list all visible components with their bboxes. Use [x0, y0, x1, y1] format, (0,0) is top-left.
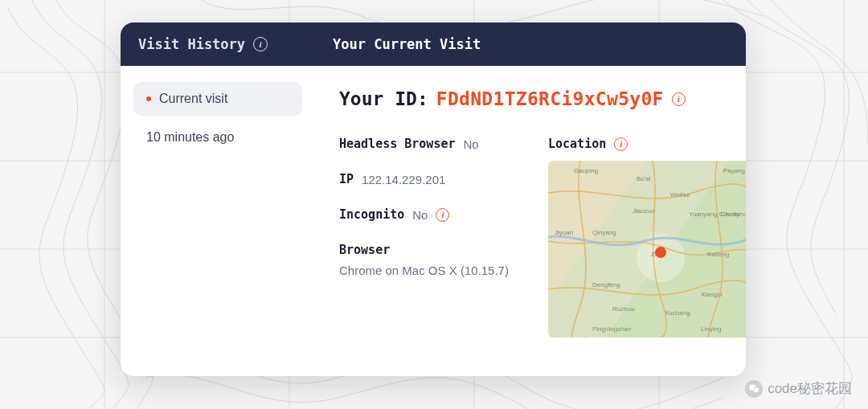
sidebar-item-label: 10 minutes ago [146, 130, 234, 145]
sidebar-item-current-visit[interactable]: Current visit [133, 82, 302, 116]
main-header: Your Current Visit [315, 22, 746, 66]
main-panel: Your Current Visit Your ID: FDdND1TZ6RCi… [315, 22, 746, 376]
detail-browser: Browser Chrome on Mac OS X (10.15.7) [339, 243, 524, 279]
detail-label: Headless Browser [339, 137, 456, 151]
detail-headless: Headless Browser No [339, 137, 524, 151]
details-left: Headless Browser No IP 122.14.229.201 In… [339, 137, 524, 337]
location-column: Location i [548, 137, 746, 337]
detail-value: No [464, 137, 479, 151]
map[interactable]: Gaoping Bo'ai Payang Weihui Jiaozuo Yuan… [548, 161, 746, 337]
detail-label: Incognito [339, 207, 404, 222]
map-city-label: Jiaozuo [633, 207, 655, 215]
map-city-label: Weihui [670, 191, 690, 198]
details-grid: Headless Browser No IP 122.14.229.201 In… [339, 137, 746, 337]
main-body: Your ID: FDdND1TZ6RCi9xCw5y0F i Headless… [315, 66, 746, 376]
map-roads [548, 161, 746, 337]
watermark-text: code秘密花园 [768, 379, 852, 398]
map-city-label: Chuanhoi [721, 211, 746, 218]
id-row: Your ID: FDdND1TZ6RCi9xCw5y0F i [339, 88, 746, 109]
map-city-label: Jiyuan [555, 229, 573, 236]
map-city-label: Bo'ai [637, 175, 651, 182]
map-city-label: Linying [701, 325, 721, 333]
detail-incognito: Incognito No i [339, 207, 524, 222]
map-city-label: Xuchang [665, 309, 690, 317]
map-city-label: Dengfeng [592, 281, 620, 288]
id-label: Your ID: [339, 88, 428, 109]
info-icon[interactable]: i [253, 37, 268, 51]
wechat-icon [745, 380, 763, 398]
detail-value: No [412, 208, 428, 222]
detail-label: IP [339, 172, 354, 186]
map-city-label: Xiangci [701, 291, 722, 298]
main-card: Visit History i Current visit 10 minutes… [121, 22, 746, 376]
id-value: FDdND1TZ6RCi9xCw5y0F [436, 88, 664, 109]
location-header: Location i [548, 137, 746, 151]
map-city-label: Qinyang [592, 229, 616, 236]
detail-value: Chrome on Mac OS X (10.15.7) [339, 262, 524, 279]
sidebar-item-label: Current visit [159, 92, 227, 106]
info-icon[interactable]: i [436, 208, 449, 222]
detail-value: 122.14.229.201 [362, 173, 445, 186]
sidebar: Visit History i Current visit 10 minutes… [121, 22, 315, 376]
detail-label: Browser [339, 243, 524, 257]
sidebar-item-past-visit[interactable]: 10 minutes ago [133, 121, 302, 154]
detail-ip: IP 122.14.229.201 [339, 172, 524, 186]
sidebar-body: Current visit 10 minutes ago [121, 66, 315, 175]
watermark: code秘密花园 [745, 379, 852, 398]
sidebar-title: Visit History [138, 36, 245, 52]
active-dot-icon [146, 96, 151, 101]
map-city-label: Payang [723, 167, 745, 174]
info-icon[interactable]: i [614, 137, 628, 151]
map-city-label: Kaifeng [707, 251, 729, 258]
map-pin-icon [655, 247, 666, 258]
location-label: Location [548, 137, 606, 151]
map-city-label: Ruzhou [612, 305, 635, 313]
info-icon[interactable]: i [672, 92, 686, 106]
main-title: Your Current Visit [333, 36, 481, 52]
sidebar-header: Visit History i [121, 22, 315, 66]
map-city-label: Gaoping [574, 167, 598, 174]
map-city-label: Pingdingshan [592, 325, 631, 333]
